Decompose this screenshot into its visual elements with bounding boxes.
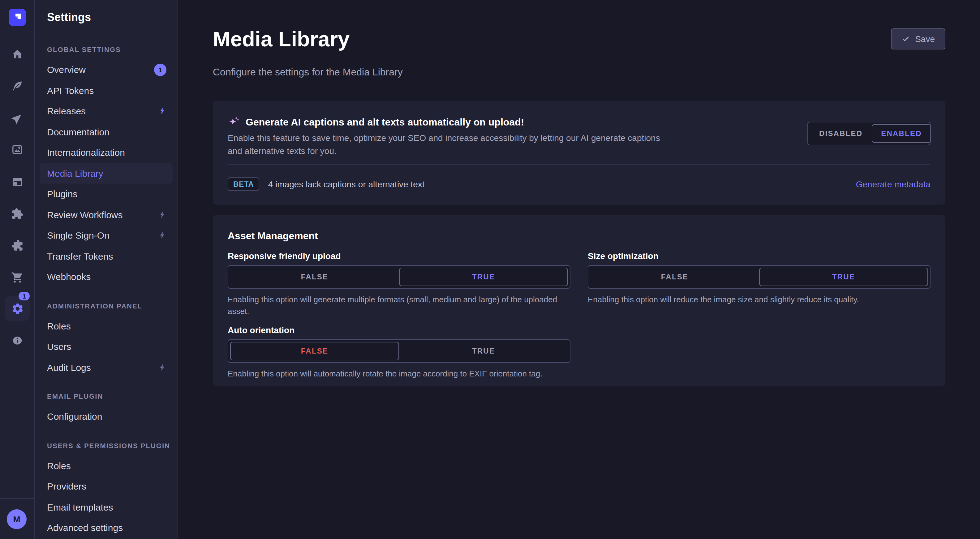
sidebar-item-webhooks[interactable]: Webhooks [40,266,173,287]
save-button[interactable]: Save [891,29,945,49]
section-heading: GLOBAL SETTINGS [35,43,178,55]
toggle-true-option[interactable]: TRUE [399,268,568,286]
sidebar-item-review-workflows[interactable]: Review Workflows [40,204,173,225]
field-description: Enabling this option will generate multi… [228,293,570,317]
gear-icon [11,302,24,315]
main-content: Media Library Configure the settings for… [178,0,980,539]
sidebar-item-configuration[interactable]: Configuration [40,406,173,427]
info-icon [12,335,23,346]
sidebar-item-media-library[interactable]: Media Library [40,163,173,184]
sidebar-item-documentation[interactable]: Documentation [40,122,173,142]
asset-management-title: Asset Management [228,230,931,242]
puzzle-alt-icon [11,239,24,252]
sidebar-item-admin-roles[interactable]: Roles [40,315,173,336]
asset-management-card: Asset Management Responsive friendly upl… [213,215,945,386]
responsive-friendly-upload-toggle: FALSE TRUE [228,265,570,289]
sidebar-item-advanced-settings[interactable]: Advanced settings [40,517,173,538]
ai-enabled-toggle: DISABLED ENABLED [807,122,931,145]
section-heading: USERS & PERMISSIONS PLUGIN [35,439,178,452]
cart-icon [11,271,24,284]
rail-item-home[interactable] [6,43,29,65]
sidebar-title: Settings [47,11,91,24]
toggle-false-option[interactable]: FALSE [590,268,759,286]
toggle-true-option[interactable]: TRUE [759,268,928,286]
feather-icon [11,80,24,92]
main-nav-rail: 1 M [0,0,35,539]
sidebar-item-audit-logs[interactable]: Audit Logs [40,357,173,378]
settings-notification-badge: 1 [19,292,30,300]
rail-divider [0,498,34,499]
missing-captions-status: 4 images lack captions or alternative te… [268,179,425,189]
rail-item-media-library[interactable] [6,138,29,161]
ai-toggle-enabled-option[interactable]: ENABLED [872,124,931,143]
sidebar-section-users-permissions-plugin: USERS & PERMISSIONS PLUGIN Roles Provide… [35,439,178,538]
home-icon [11,48,24,60]
rail-item-releases[interactable] [6,107,29,129]
section-heading: ADMINISTRATION PANEL [35,300,178,312]
rail-item-marketplace[interactable] [6,266,29,289]
user-avatar[interactable]: M [7,509,27,529]
paper-plane-icon [11,112,24,124]
images-icon [11,143,24,156]
check-icon [901,35,910,43]
sidebar-item-overview[interactable]: Overview 1 [40,59,173,80]
sidebar-item-email-templates[interactable]: Email templates [40,497,173,517]
lightning-icon [158,231,166,239]
rail-item-information[interactable] [6,330,29,352]
ai-card-description: Enable this feature to save time, optimi… [228,132,673,158]
puzzle-icon [11,208,24,220]
sidebar-item-transfer-tokens[interactable]: Transfer Tokens [40,246,173,266]
settings-sidebar-header: Settings [35,0,178,35]
auto-orientation-toggle: FALSE TRUE [228,339,570,363]
toggle-false-option[interactable]: FALSE [230,342,399,360]
ai-card-title: Generate AI captions and alt texts autom… [246,116,524,129]
rail-item-plugins[interactable] [6,203,29,225]
rail-item-content-type-builder[interactable] [6,171,29,193]
field-description: Enabling this option will automatically … [228,368,570,379]
sidebar-item-up-roles[interactable]: Roles [40,455,173,476]
field-label: Auto orientation [228,325,570,336]
page-title: Media Library [213,26,945,52]
sidebar-section-email-plugin: EMAIL PLUGIN Configuration [35,390,178,427]
sidebar-item-users[interactable]: Users [40,336,173,357]
rail-header [0,0,34,35]
sidebar-item-providers[interactable]: Providers [40,476,173,497]
generate-metadata-link[interactable]: Generate metadata [856,179,931,189]
sidebar-section-global-settings: GLOBAL SETTINGS Overview 1 API Tokens Re… [35,43,178,287]
lightning-icon [158,107,166,115]
rail-item-content-manager[interactable] [6,75,29,97]
rail-item-purchase-plugins[interactable] [6,234,29,257]
overview-count-badge: 1 [154,63,166,76]
lightning-icon [158,363,166,371]
strapi-logo-fold [16,16,18,19]
sparkle-icon [228,117,239,128]
card-divider [228,165,931,165]
toggle-false-option[interactable]: FALSE [230,268,399,286]
toggle-true-option[interactable]: TRUE [399,342,568,360]
sidebar-item-releases[interactable]: Releases [40,101,173,122]
ai-captions-card: Generate AI captions and alt texts autom… [213,101,945,205]
size-optimization-field: Size optimization FALSE TRUE Enabling th… [588,251,931,317]
beta-badge: BETA [228,178,259,191]
settings-sidebar: Settings GLOBAL SETTINGS Overview 1 API … [35,0,178,539]
responsive-friendly-upload-field: Responsive friendly upload FALSE TRUE En… [228,251,570,317]
sidebar-section-administration-panel: ADMINISTRATION PANEL Roles Users Audit L… [35,300,178,378]
field-label: Size optimization [588,251,931,262]
section-heading: EMAIL PLUGIN [35,390,178,403]
lightning-icon [158,211,166,219]
sidebar-item-plugins[interactable]: Plugins [40,184,173,204]
field-label: Responsive friendly upload [228,251,570,262]
auto-orientation-field: Auto orientation FALSE TRUE Enabling thi… [228,325,570,379]
layout-icon [11,176,23,188]
ai-toggle-disabled-option[interactable]: DISABLED [810,124,872,143]
strapi-logo[interactable] [9,9,26,26]
app-window: 1 M Settings GLOBAL SETTINGS Overview 1 [0,0,980,539]
field-description: Enabling this option will reduce the ima… [588,293,931,305]
sidebar-item-single-sign-on[interactable]: Single Sign-On [40,225,173,246]
size-optimization-toggle: FALSE TRUE [588,265,931,289]
sidebar-item-api-tokens[interactable]: API Tokens [40,80,173,101]
page-subtitle: Configure the settings for the Media Lib… [213,66,945,79]
sidebar-item-internationalization[interactable]: Internationalization [40,142,173,163]
